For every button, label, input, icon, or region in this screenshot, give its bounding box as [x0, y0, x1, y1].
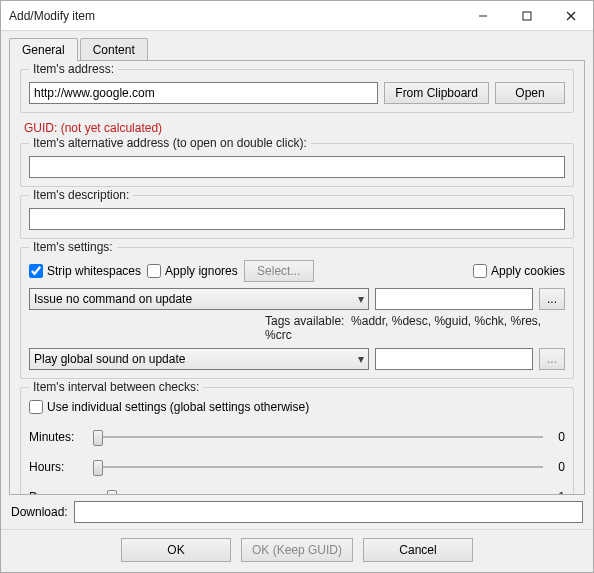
- minutes-slider-row: Minutes: 0: [29, 427, 565, 447]
- download-row: Download:: [1, 495, 593, 529]
- alt-address-legend: Item's alternative address (to open on d…: [29, 136, 311, 150]
- sound-path-input[interactable]: [375, 348, 533, 370]
- titlebar: Add/Modify item: [1, 1, 593, 31]
- description-input[interactable]: [29, 208, 565, 230]
- browse-sound-button[interactable]: ...: [539, 348, 565, 370]
- tab-general-label: General: [22, 43, 65, 57]
- sound-on-update-select[interactable]: Play global sound on update ▾: [29, 348, 369, 370]
- days-value: 1: [551, 490, 565, 495]
- open-button[interactable]: Open: [495, 82, 565, 104]
- minimize-icon: [478, 11, 488, 21]
- window-title: Add/Modify item: [9, 9, 461, 23]
- group-interval: Item's interval between checks: Use indi…: [20, 387, 574, 495]
- dialog-window: Add/Modify item General Content Item's a…: [0, 0, 594, 573]
- dialog-buttons: OK OK (Keep GUID) Cancel: [1, 529, 593, 572]
- tab-content-label: Content: [93, 43, 135, 57]
- chevron-down-icon: ▾: [358, 292, 364, 306]
- address-input[interactable]: [29, 82, 378, 104]
- minutes-slider[interactable]: [93, 427, 543, 447]
- hours-slider-row: Hours: 0: [29, 457, 565, 477]
- group-settings: Item's settings: Strip whitespaces Apply…: [20, 247, 574, 379]
- description-legend: Item's description:: [29, 188, 133, 202]
- hours-value: 0: [551, 460, 565, 474]
- hours-label: Hours:: [29, 460, 85, 474]
- strip-whitespaces-checkbox[interactable]: Strip whitespaces: [29, 264, 141, 278]
- group-alt-address: Item's alternative address (to open on d…: [20, 143, 574, 187]
- download-label: Download:: [11, 505, 68, 519]
- minimize-button[interactable]: [461, 1, 505, 31]
- guid-status: GUID: (not yet calculated): [24, 121, 574, 135]
- days-slider[interactable]: [93, 487, 543, 495]
- tab-strip: General Content: [1, 31, 593, 60]
- days-label: Days:: [29, 490, 85, 495]
- group-description: Item's description:: [20, 195, 574, 239]
- tab-panel-general: Item's address: From Clipboard Open GUID…: [9, 60, 585, 495]
- use-individual-checkbox[interactable]: Use individual settings (global settings…: [29, 400, 309, 414]
- close-button[interactable]: [549, 1, 593, 31]
- settings-legend: Item's settings:: [29, 240, 117, 254]
- cancel-button[interactable]: Cancel: [363, 538, 473, 562]
- interval-legend: Item's interval between checks:: [29, 380, 203, 394]
- days-slider-row: Days: 1: [29, 487, 565, 495]
- tags-available-line: Tags available: %addr, %desc, %guid, %ch…: [29, 314, 565, 342]
- hours-slider[interactable]: [93, 457, 543, 477]
- ok-button[interactable]: OK: [121, 538, 231, 562]
- command-on-update-select[interactable]: Issue no command on update ▾: [29, 288, 369, 310]
- from-clipboard-button[interactable]: From Clipboard: [384, 82, 489, 104]
- tab-content[interactable]: Content: [80, 38, 148, 61]
- address-legend: Item's address:: [29, 62, 118, 76]
- minutes-label: Minutes:: [29, 430, 85, 444]
- command-args-input[interactable]: [375, 288, 533, 310]
- group-address: Item's address: From Clipboard Open: [20, 69, 574, 113]
- maximize-icon: [522, 11, 532, 21]
- alt-address-input[interactable]: [29, 156, 565, 178]
- tab-general[interactable]: General: [9, 38, 78, 61]
- apply-cookies-checkbox[interactable]: Apply cookies: [473, 264, 565, 278]
- svg-rect-1: [523, 12, 531, 20]
- chevron-down-icon: ▾: [358, 352, 364, 366]
- download-progress: [74, 501, 583, 523]
- select-ignores-button[interactable]: Select...: [244, 260, 314, 282]
- apply-ignores-checkbox[interactable]: Apply ignores: [147, 264, 238, 278]
- close-icon: [566, 11, 576, 21]
- maximize-button[interactable]: [505, 1, 549, 31]
- ok-keep-guid-button[interactable]: OK (Keep GUID): [241, 538, 353, 562]
- minutes-value: 0: [551, 430, 565, 444]
- browse-command-button[interactable]: ...: [539, 288, 565, 310]
